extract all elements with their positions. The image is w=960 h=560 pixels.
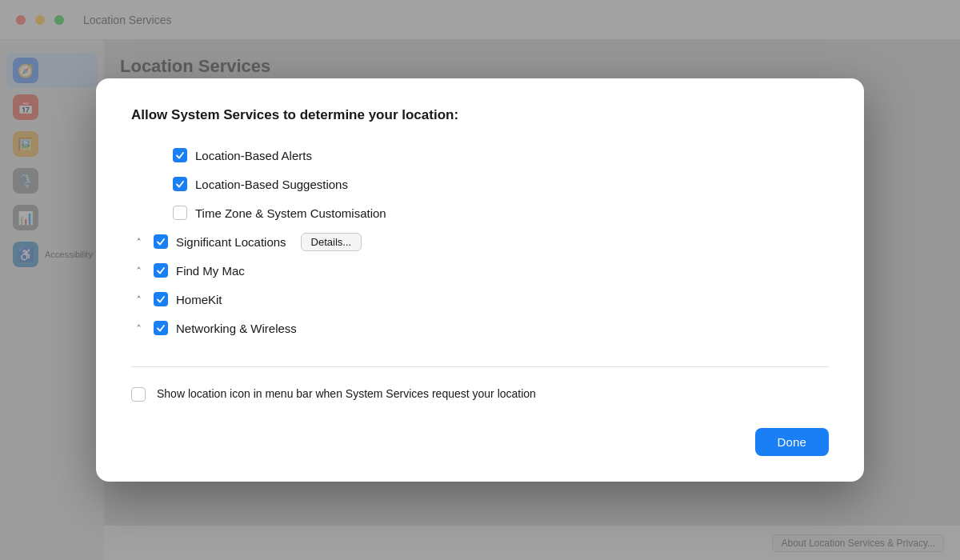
label-location-based-alerts: Location-Based Alerts [195, 149, 312, 162]
details-button[interactable]: Details... [301, 233, 362, 251]
label-time-zone: Time Zone & System Customisation [195, 206, 386, 220]
checkbox-time-zone[interactable] [173, 206, 187, 220]
service-row-significant-locations: Significant Locations Details... [131, 227, 829, 256]
label-location-based-suggestions: Location-Based Suggestions [195, 178, 348, 191]
arrow-icon-networking-wireless [131, 321, 146, 335]
checkbox-significant-locations[interactable] [154, 234, 168, 249]
service-row-networking-wireless: Networking & Wireless [131, 314, 829, 342]
arrow-icon-homekit [131, 292, 146, 306]
arrow-icon-significant-locations [131, 234, 146, 249]
checkbox-location-based-alerts[interactable] [173, 148, 187, 162]
label-homekit: HomeKit [176, 293, 222, 306]
checkbox-homekit[interactable] [154, 292, 168, 306]
service-row-find-my-mac: Find My Mac [131, 256, 829, 285]
checkbox-location-based-suggestions[interactable] [173, 177, 187, 191]
checkbox-menu-bar-icon[interactable] [131, 387, 146, 402]
label-find-my-mac: Find My Mac [176, 264, 245, 278]
modal-overlay: Allow System Services to determine your … [0, 0, 960, 560]
label-significant-locations: Significant Locations [176, 235, 286, 249]
label-menu-bar-icon: Show location icon in menu bar when Syst… [157, 386, 536, 402]
system-services-dialog: Allow System Services to determine your … [96, 78, 864, 482]
service-row-homekit: HomeKit [131, 285, 829, 314]
service-row-location-based-alerts: Location-Based Alerts [150, 141, 829, 170]
bottom-checkbox-row: Show location icon in menu bar when Syst… [131, 386, 829, 402]
done-button[interactable]: Done [755, 428, 829, 456]
dialog-title: Allow System Services to determine your … [131, 107, 829, 123]
label-networking-wireless: Networking & Wireless [176, 322, 297, 335]
checkbox-find-my-mac[interactable] [154, 263, 168, 278]
dialog-divider [131, 366, 829, 367]
checkbox-networking-wireless[interactable] [154, 321, 168, 335]
service-row-location-based-suggestions: Location-Based Suggestions [150, 170, 829, 198]
arrow-icon-find-my-mac [131, 263, 146, 278]
service-row-time-zone: Time Zone & System Customisation [150, 198, 829, 227]
dialog-footer: Done [131, 428, 829, 456]
services-list: Location-Based Alerts Location-Based Sug… [150, 141, 829, 342]
